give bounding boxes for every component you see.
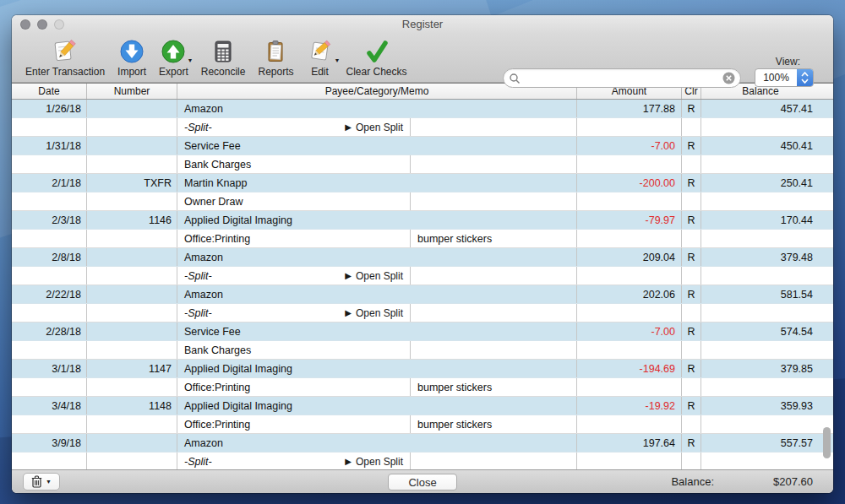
amount-cell[interactable]: 202.06: [577, 285, 682, 303]
balance-cell[interactable]: [701, 415, 820, 433]
number-cell[interactable]: 1147: [87, 360, 177, 377]
memo-cell[interactable]: bumper stickers: [411, 415, 577, 433]
date-cell[interactable]: [12, 155, 87, 173]
category-cell[interactable]: Bank Charges: [177, 155, 411, 173]
category-cell[interactable]: Bank Charges: [177, 341, 411, 359]
close-button[interactable]: Close: [388, 474, 457, 490]
clr-cell[interactable]: [682, 267, 701, 285]
open-split-button[interactable]: ▶Open Split: [345, 307, 403, 319]
amount-cell[interactable]: [577, 378, 682, 396]
amount-cell[interactable]: -200.00: [577, 174, 682, 192]
clr-cell[interactable]: [682, 230, 701, 247]
transaction-payee-row[interactable]: 2/3/181146Applied Digital Imaging-79.97R…: [12, 211, 833, 230]
category-cell[interactable]: -Split-▶Open Split: [177, 304, 411, 322]
number-cell[interactable]: [87, 230, 177, 247]
amount-cell[interactable]: [577, 155, 682, 173]
number-cell[interactable]: [87, 248, 177, 266]
memo-cell[interactable]: [411, 118, 577, 136]
balance-cell[interactable]: [701, 341, 820, 359]
clr-cell[interactable]: R: [682, 211, 701, 229]
balance-cell[interactable]: [701, 192, 820, 210]
balance-cell[interactable]: [701, 453, 820, 469]
category-cell[interactable]: Office:Printing: [177, 378, 411, 396]
open-split-button[interactable]: ▶Open Split: [345, 270, 403, 282]
enter-transaction-button[interactable]: Enter Transaction: [25, 37, 105, 78]
number-cell[interactable]: [87, 434, 177, 452]
clr-cell[interactable]: [682, 192, 701, 210]
date-cell[interactable]: 2/22/18: [12, 285, 87, 303]
transaction-category-row[interactable]: Office:Printingbumper stickers: [12, 230, 833, 248]
transaction-category-row[interactable]: Owner Draw: [12, 192, 833, 211]
delete-transaction-button[interactable]: ▼: [23, 473, 60, 490]
balance-cell[interactable]: [701, 230, 820, 247]
number-cell[interactable]: [87, 137, 177, 154]
search-field[interactable]: [503, 68, 741, 88]
vertical-scrollbar-thumb[interactable]: [823, 427, 831, 458]
number-cell[interactable]: [87, 415, 177, 433]
transaction-payee-row[interactable]: 2/1/18TXFRMartin Knapp-200.00R250.41: [12, 174, 833, 192]
minimize-window-icon[interactable]: [37, 19, 47, 30]
payee-cell[interactable]: Applied Digital Imaging: [177, 211, 577, 229]
amount-cell[interactable]: [577, 192, 682, 210]
balance-cell[interactable]: 379.48: [701, 248, 820, 266]
date-cell[interactable]: 3/4/18: [12, 397, 87, 415]
clr-cell[interactable]: R: [682, 322, 701, 340]
memo-cell[interactable]: [411, 155, 577, 173]
category-cell[interactable]: -Split-▶Open Split: [177, 267, 411, 285]
clr-cell[interactable]: [682, 341, 701, 359]
clr-cell[interactable]: R: [682, 248, 701, 266]
memo-cell[interactable]: [411, 304, 577, 322]
transaction-payee-row[interactable]: 3/4/181148Applied Digital Imaging-19.92R…: [12, 397, 833, 415]
amount-cell[interactable]: 197.64: [577, 434, 682, 452]
balance-cell[interactable]: [701, 118, 820, 136]
reports-button[interactable]: Reports: [258, 37, 293, 78]
amount-cell[interactable]: -19.92: [577, 397, 682, 415]
transaction-payee-row[interactable]: 1/31/18Service Fee-7.00R450.41: [12, 137, 833, 155]
amount-cell[interactable]: [577, 453, 682, 469]
balance-cell[interactable]: [701, 267, 820, 285]
balance-cell[interactable]: [701, 378, 820, 396]
balance-cell[interactable]: 379.85: [701, 360, 820, 377]
reconcile-button[interactable]: Reconcile: [201, 37, 246, 78]
clr-cell[interactable]: R: [682, 434, 701, 452]
memo-cell[interactable]: [411, 267, 577, 285]
date-cell[interactable]: [12, 267, 87, 285]
transaction-category-row[interactable]: Bank Charges: [12, 341, 833, 360]
edit-button[interactable]: ▼ Edit: [307, 37, 334, 78]
balance-cell[interactable]: 250.41: [701, 174, 820, 192]
date-cell[interactable]: 2/3/18: [12, 211, 87, 229]
memo-cell[interactable]: [411, 453, 577, 469]
category-cell[interactable]: Office:Printing: [177, 230, 411, 247]
date-cell[interactable]: [12, 118, 87, 136]
zoom-window-icon[interactable]: [54, 19, 64, 30]
amount-cell[interactable]: [577, 118, 682, 136]
payee-cell[interactable]: Amazon: [177, 285, 577, 303]
amount-cell[interactable]: 177.88: [577, 100, 682, 117]
date-cell[interactable]: 1/26/18: [12, 100, 87, 117]
date-cell[interactable]: 2/8/18: [12, 248, 87, 266]
transaction-category-row[interactable]: -Split-▶Open Split: [12, 118, 833, 137]
amount-cell[interactable]: -7.00: [577, 322, 682, 340]
clr-cell[interactable]: [682, 155, 701, 173]
amount-cell[interactable]: [577, 415, 682, 433]
payee-cell[interactable]: Service Fee: [177, 322, 577, 340]
number-cell[interactable]: [87, 155, 177, 173]
transaction-category-row[interactable]: -Split-▶Open Split: [12, 453, 833, 469]
balance-cell[interactable]: 557.57: [701, 434, 820, 452]
number-cell[interactable]: 1146: [87, 211, 177, 229]
amount-cell[interactable]: [577, 230, 682, 247]
payee-cell[interactable]: Amazon: [177, 434, 577, 452]
number-cell[interactable]: [87, 322, 177, 340]
amount-cell[interactable]: [577, 341, 682, 359]
clr-cell[interactable]: R: [682, 174, 701, 192]
date-cell[interactable]: [12, 415, 87, 433]
date-cell[interactable]: 1/31/18: [12, 137, 87, 154]
balance-cell[interactable]: [701, 155, 820, 173]
balance-cell[interactable]: 574.54: [701, 322, 820, 340]
transaction-category-row[interactable]: Office:Printingbumper stickers: [12, 415, 833, 434]
open-split-button[interactable]: ▶Open Split: [345, 122, 403, 133]
clr-cell[interactable]: R: [682, 285, 701, 303]
memo-cell[interactable]: bumper stickers: [411, 378, 577, 396]
number-cell[interactable]: [87, 285, 177, 303]
date-cell[interactable]: [12, 230, 87, 247]
